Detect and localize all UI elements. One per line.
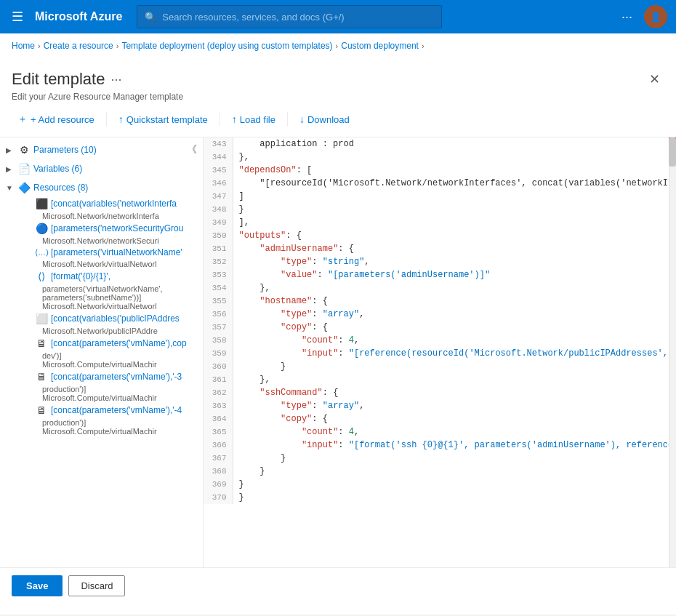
line-number: 353	[204, 268, 233, 281]
resource-item-3[interactable]: ⟨…⟩ [parameters('virtualNetworkName'	[17, 245, 203, 260]
line-content: "type": "array",	[233, 308, 669, 321]
breadcrumb-sep-2: ›	[116, 41, 119, 50]
line-content: application : prod	[233, 137, 669, 151]
table-row: 345"dependsOn": [	[204, 164, 669, 177]
content-area: 《 ▶ ⚙ Parameters (10) ▶ 📄 Variables (6)	[0, 137, 676, 567]
breadcrumb-sep-3: ›	[336, 41, 339, 50]
list-item[interactable]: 🔵 [parameters('networkSecurityGrou Micro…	[17, 220, 203, 245]
panel-title-area: Edit template ··· Edit your Azure Resour…	[12, 70, 183, 102]
line-content: },	[233, 281, 669, 295]
add-resource-button[interactable]: ＋ + Add resource	[12, 109, 100, 129]
line-number: 367	[204, 452, 233, 465]
resource-3-icon: ⟨…⟩	[35, 248, 48, 257]
sidebar-collapse-icon[interactable]: 《	[187, 143, 197, 156]
variables-icon: 📄	[17, 163, 31, 175]
app-title: Microsoft Azure	[35, 10, 122, 23]
search-icon: 🔍	[145, 12, 156, 23]
user-avatar[interactable]: 👤	[644, 5, 667, 28]
resource-item-7[interactable]: 🖥 [concat(parameters('vmName'),'-3	[17, 369, 203, 385]
resource-4-sublabel: parameters('virtualNetworkName',	[17, 284, 192, 293]
search-input[interactable]	[162, 12, 434, 23]
resource-6-sublabel2: Microsoft.Compute/virtualMachir	[17, 360, 192, 369]
resource-item-2[interactable]: 🔵 [parameters('networkSecurityGrou	[17, 220, 203, 236]
editor-scrollbar[interactable]	[669, 137, 676, 567]
resource-item-5[interactable]: ⬜ [concat(variables('publicIPAddres	[17, 311, 203, 327]
list-item[interactable]: 🖥 [concat(parameters('vmName'),cop dev')…	[17, 335, 203, 369]
line-number: 362	[204, 386, 233, 399]
top-nav-right: ··· 👤	[616, 5, 667, 28]
breadcrumb-create-resource[interactable]: Create a resource	[44, 41, 113, 51]
resource-5-sublabel: Microsoft.Network/publicIPAddre	[17, 327, 192, 335]
resource-item-1[interactable]: ⬛ [concat(variables('networkInterfa	[17, 196, 203, 212]
code-editor[interactable]: 343 application : prod344},345"dependsOn…	[204, 137, 676, 567]
load-file-label: Load file	[240, 114, 275, 125]
table-row: 367 }	[204, 452, 669, 465]
table-row: 358 "count": 4,	[204, 334, 669, 347]
save-button[interactable]: Save	[12, 575, 63, 596]
line-number: 370	[204, 491, 233, 504]
breadcrumb-sep-1: ›	[38, 41, 41, 50]
table-row: 350"outputs": {	[204, 229, 669, 242]
list-item[interactable]: 🖥 [concat(parameters('vmName'),'-3 produ…	[17, 369, 203, 402]
parameters-arrow-icon: ▶	[6, 146, 15, 154]
close-button[interactable]: ✕	[645, 70, 664, 89]
quickstart-template-button[interactable]: ↑ Quickstart template	[113, 110, 214, 129]
line-number: 355	[204, 295, 233, 308]
resource-item-8[interactable]: 🖥 [concat(parameters('vmName'),'-4	[17, 402, 203, 418]
line-content: }	[233, 491, 669, 504]
line-number: 351	[204, 242, 233, 255]
line-content: "type": "array",	[233, 399, 669, 412]
line-content: }	[233, 203, 669, 216]
list-item[interactable]: ⬛ [concat(variables('networkInterfa Micr…	[17, 196, 203, 220]
list-item[interactable]: ⬜ [concat(variables('publicIPAddres Micr…	[17, 311, 203, 335]
scrollbar-thumb[interactable]	[669, 137, 676, 167]
toolbar-separator-1	[106, 112, 107, 127]
breadcrumb-template-deployment[interactable]: Template deployment (deploy using custom…	[121, 41, 332, 51]
variables-section: ▶ 📄 Variables (6)	[0, 159, 203, 178]
resource-5-label: [concat(variables('publicIPAddres	[51, 313, 180, 324]
resource-item-4[interactable]: ⟨⟩ [format('{0}/{1}',	[17, 268, 203, 284]
breadcrumb-sep-4: ›	[422, 41, 424, 50]
discard-button[interactable]: Discard	[68, 575, 125, 596]
line-content: }	[233, 360, 669, 373]
resources-tree-item[interactable]: ▼ 🔷 Resources (8)	[0, 180, 203, 196]
resource-8-label: [concat(parameters('vmName'),'-4	[51, 405, 182, 415]
search-bar[interactable]: 🔍	[137, 5, 442, 28]
variables-tree-item[interactable]: ▶ 📄 Variables (6)	[0, 161, 203, 177]
resource-7-sublabel: production')]	[17, 385, 192, 393]
download-button[interactable]: ↓ Download	[294, 110, 355, 129]
table-row: 361 },	[204, 373, 669, 386]
list-item[interactable]: ⟨⟩ [format('{0}/{1}', parameters('virtua…	[17, 268, 203, 311]
line-content: "count": 4,	[233, 334, 669, 347]
resource-2-sublabel: Microsoft.Network/networkSecuri	[17, 236, 192, 245]
line-content: "value": "[parameters('adminUsername')]"	[233, 268, 669, 281]
resource-6-label: [concat(parameters('vmName'),cop	[51, 338, 187, 348]
hamburger-menu-icon[interactable]: ☰	[9, 6, 26, 28]
panel-title-more-icon[interactable]: ···	[110, 72, 121, 87]
line-number: 368	[204, 465, 233, 478]
table-row: 351 "adminUsername": {	[204, 242, 669, 255]
table-row: 353 "value": "[parameters('adminUsername…	[204, 268, 669, 281]
line-content: "outputs": {	[233, 229, 669, 242]
table-row: 369}	[204, 478, 669, 491]
breadcrumb-home[interactable]: Home	[12, 41, 35, 51]
table-row: 357 "copy": {	[204, 321, 669, 334]
variables-arrow-icon: ▶	[6, 165, 15, 173]
list-item[interactable]: 🖥 [concat(parameters('vmName'),'-4 produ…	[17, 402, 203, 436]
upload-icon: ↑	[118, 113, 124, 125]
parameters-tree-item[interactable]: ▶ ⚙ Parameters (10)	[0, 142, 203, 158]
line-number: 350	[204, 229, 233, 242]
parameters-label: Parameters (10)	[33, 145, 97, 155]
download-icon: ↓	[299, 113, 305, 125]
add-icon: ＋	[17, 113, 28, 126]
download-label: Download	[307, 114, 350, 125]
breadcrumb-current: Custom deployment	[341, 41, 419, 51]
load-file-button[interactable]: ↑ Load file	[226, 110, 281, 129]
list-item[interactable]: ⟨…⟩ [parameters('virtualNetworkName' Mic…	[17, 245, 203, 268]
line-number: 364	[204, 412, 233, 425]
table-row: 364 "copy": {	[204, 412, 669, 425]
more-options-icon[interactable]: ···	[616, 7, 638, 28]
resource-item-6[interactable]: 🖥 [concat(parameters('vmName'),cop	[17, 335, 203, 351]
line-number: 369	[204, 478, 233, 491]
line-number: 363	[204, 399, 233, 412]
